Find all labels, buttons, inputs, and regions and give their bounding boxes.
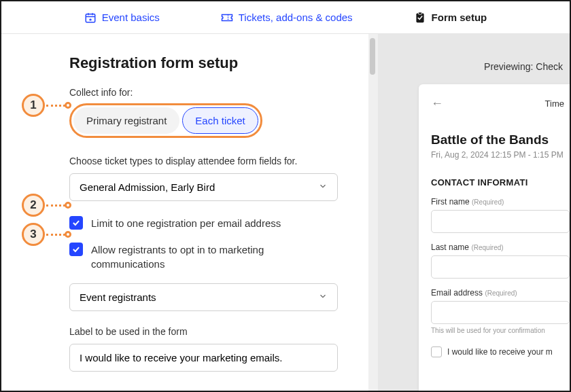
svg-rect-7 [418, 12, 421, 14]
ticket-types-select[interactable]: General Admission, Early Bird [69, 173, 338, 201]
collect-info-label: Collect info for: [69, 87, 348, 98]
chevron-down-icon [318, 181, 328, 193]
clipboard-check-icon [414, 12, 426, 24]
segment-primary-registrant[interactable]: Primary registrant [73, 107, 179, 134]
marketing-optin-label: Allow registrants to opt in to marketing… [91, 243, 315, 271]
preview-optin-label: I would like to receive your m [447, 347, 553, 357]
page-title: Registration form setup [69, 54, 348, 72]
tab-label: Form setup [432, 12, 487, 23]
audience-select[interactable]: Event registrants [69, 283, 338, 311]
annotation-marker-3: 3 [22, 223, 45, 246]
tab-label: Tickets, add-ons & codes [239, 12, 353, 23]
preview-optin-checkbox[interactable] [431, 346, 442, 357]
preview-first-name-label: First name (Required) [431, 197, 570, 207]
chevron-down-icon [318, 291, 328, 303]
preview-first-name-input[interactable] [431, 210, 570, 233]
tab-bar: Event basics Tickets, add-ons & codes Fo… [1, 1, 570, 34]
tab-form-setup[interactable]: Form setup [414, 12, 487, 24]
preview-last-name-label: Last name (Required) [431, 243, 570, 252]
tab-tickets[interactable]: Tickets, add-ons & codes [221, 12, 353, 24]
form-label-caption: Label to be used in the form [69, 326, 348, 337]
limit-registration-checkbox[interactable] [69, 216, 83, 230]
collect-info-segment: Primary registrant Each ticket [69, 103, 262, 138]
back-arrow-icon[interactable]: ← [431, 96, 443, 111]
preview-timer: Time [545, 99, 564, 109]
svg-marker-4 [88, 18, 92, 20]
calendar-icon [84, 12, 97, 24]
scrollbar-track[interactable] [368, 34, 378, 391]
scrollbar-thumb[interactable] [370, 38, 375, 75]
preview-email-label: Email address (Required) [431, 288, 570, 298]
form-label-input[interactable] [69, 344, 338, 372]
select-value: Event registrants [80, 291, 156, 303]
preview-event-title: Battle of the Bands [431, 132, 570, 147]
preview-event-date: Fri, Aug 2, 2024 12:15 PM - 1:15 PM [431, 150, 570, 160]
select-value: General Admission, Early Bird [80, 181, 215, 193]
tab-event-basics[interactable]: Event basics [84, 12, 160, 24]
annotation-marker-2: 2 [22, 194, 45, 217]
ticket-icon [221, 12, 233, 24]
ticket-types-label: Choose ticket types to display attendee … [69, 156, 348, 166]
preview-last-name-input[interactable] [431, 255, 570, 279]
preview-email-hint: This will be used for your confirmation [431, 327, 570, 334]
form-setup-pane: 1 2 3 Registration form setup Collect in… [1, 34, 368, 391]
tab-label: Event basics [102, 12, 160, 23]
preview-header: Previewing: Check [378, 61, 570, 72]
limit-registration-label: Limit to one registration per email addr… [91, 216, 281, 230]
segment-each-ticket[interactable]: Each ticket [182, 107, 258, 134]
marketing-optin-checkbox[interactable] [69, 243, 83, 256]
annotation-marker-1: 1 [22, 94, 45, 117]
preview-pane: Previewing: Check ← Time Battle of the B… [378, 34, 570, 391]
preview-email-input[interactable] [431, 301, 570, 324]
preview-section-heading: CONTACT INFORMATI [431, 177, 570, 188]
preview-card: ← Time Battle of the Bands Fri, Aug 2, 2… [419, 84, 570, 391]
